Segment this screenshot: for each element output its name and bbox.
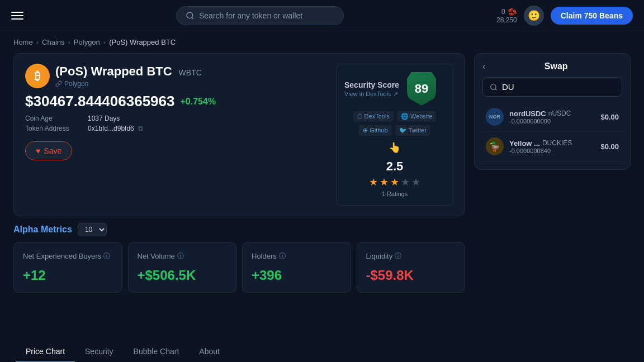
tabs-row: Price Chart Security Bubble Chart About	[13, 341, 465, 362]
breadcrumb: Home › Chains › Polygon › (PoS) Wrapped …	[0, 31, 644, 53]
star-4: ★	[401, 176, 410, 188]
left-panel: ₿ (PoS) Wrapped BTC WBTC Polygon	[13, 53, 465, 362]
tab-security[interactable]: Security	[75, 341, 124, 362]
star-3: ★	[390, 176, 399, 188]
metric-value-0: +12	[23, 268, 46, 283]
token-meta: Coin Age 1037 Days Token Address 0x1bfd.…	[25, 115, 325, 132]
security-badge: 89	[407, 72, 436, 106]
breadcrumb-polygon[interactable]: Polygon	[74, 38, 100, 46]
copy-icon[interactable]: ⧉	[138, 125, 143, 132]
breadcrumb-home[interactable]: Home	[13, 38, 33, 46]
svg-point-0	[187, 12, 193, 18]
beans-points: 28,250	[496, 16, 517, 24]
token-icon: ₿	[25, 64, 50, 88]
swap-search[interactable]	[482, 77, 622, 97]
token-list-info-0: nordUSDC nUSDC -0.0000000000	[509, 109, 595, 125]
metric-title-0: Net Experienced Buyers	[23, 252, 101, 260]
security-title: Security Score	[344, 80, 399, 89]
chain-label: Polygon	[64, 80, 88, 88]
header-center: Search for any token or wallet	[23, 6, 496, 25]
save-button[interactable]: ♥ Save	[25, 141, 72, 160]
metric-title-row-2: Holders ⓘ	[252, 251, 342, 261]
avatar[interactable]: 🙂	[524, 6, 544, 26]
list-item[interactable]: 🦆 Yellow ... DUCKIES -0.0000000840 $0.00	[482, 132, 622, 161]
metric-title-row-3: Liquidity ⓘ	[366, 251, 456, 261]
beans-count: 0	[501, 8, 505, 16]
breadcrumb-current: (PoS) Wrapped BTC	[109, 38, 176, 46]
metric-value-3: -$59.8K	[366, 268, 414, 283]
alpha-header: Alpha Metrics 10 30 90	[13, 223, 465, 236]
svg-line-1	[192, 17, 193, 19]
metric-card-1: Net Volume ⓘ +$506.5K	[128, 242, 237, 293]
period-select[interactable]: 10 30 90	[78, 223, 107, 236]
chain-icon	[55, 80, 62, 87]
beans-counter: 0 🫘 28,250	[496, 7, 517, 24]
dextools-link[interactable]: ⬡ DexTools	[353, 111, 394, 122]
price-change: +0.754%	[181, 97, 216, 107]
svg-point-2	[491, 84, 496, 89]
token-icon-letter: ₿	[35, 70, 40, 83]
coin-age-label: Coin Age	[25, 115, 81, 122]
header: Search for any token or wallet 0 🫘 28,25…	[0, 0, 644, 31]
info-icon-3[interactable]: ⓘ	[395, 251, 401, 261]
token-chain: Polygon	[55, 80, 202, 88]
save-label: Save	[44, 146, 61, 155]
info-icon-0[interactable]: ⓘ	[103, 251, 110, 261]
token-list: NOR nordUSDC nUSDC -0.0000000000 $0.00 🦆…	[482, 102, 622, 161]
metric-value-1: +$506.5K	[138, 268, 196, 283]
security-links: ⬡ DexTools 🌐 Website ⊕ Github 🐦 Twitter	[344, 111, 445, 136]
breadcrumb-sep-3: ›	[103, 38, 106, 46]
alpha-metrics-section: Alpha Metrics 10 30 90 Net Experienced B…	[13, 223, 465, 332]
bean-icon: 🫘	[508, 7, 517, 16]
swap-header: ‹ Swap	[482, 61, 622, 72]
cursor-pointer-icon: 👆	[389, 141, 401, 154]
header-left	[11, 12, 23, 20]
security-panel: Security Score View in DexTools ↗ 89 ⬡ D…	[336, 64, 453, 206]
tab-bubble-chart[interactable]: Bubble Chart	[124, 341, 190, 362]
alpha-title: Alpha Metrics	[13, 225, 72, 235]
website-link[interactable]: 🌐 Website	[397, 111, 437, 122]
metric-value-2: +396	[252, 268, 282, 283]
star-rating: ★ ★ ★ ★ ★	[369, 176, 420, 188]
token-ticker: WBTC	[179, 68, 202, 77]
token-list-ticker-1: DUCKIES	[542, 139, 572, 147]
tab-about[interactable]: About	[189, 341, 230, 362]
coin-age-value: 1037 Days	[88, 115, 120, 122]
token-list-price-0: $0.00	[600, 113, 619, 121]
token-list-name-1: Yellow ...	[509, 139, 540, 147]
twitter-link[interactable]: 🐦 Twitter	[395, 125, 430, 136]
token-list-info-1: Yellow ... DUCKIES -0.0000000840	[509, 139, 595, 154]
main-content: ₿ (PoS) Wrapped BTC WBTC Polygon	[0, 53, 644, 362]
token-list-icon-1: 🦆	[486, 137, 504, 155]
token-list-ticker-0: nUSDC	[548, 109, 571, 117]
svg-line-3	[495, 88, 497, 90]
back-arrow-icon[interactable]: ‹	[482, 61, 485, 72]
swap-title: Swap	[490, 61, 622, 72]
avatar-icon: 🙂	[528, 9, 540, 22]
token-price: $30467.844406365963	[25, 93, 175, 110]
swap-search-icon	[490, 83, 498, 91]
rating-number: 2.5	[386, 159, 404, 174]
token-address-value: 0x1bfd...d9bfd6 ⧉	[88, 125, 143, 132]
list-item[interactable]: NOR nordUSDC nUSDC -0.0000000000 $0.00	[482, 102, 622, 132]
security-top: Security Score View in DexTools ↗ 89	[344, 72, 445, 106]
token-card: ₿ (PoS) Wrapped BTC WBTC Polygon	[13, 53, 465, 216]
tab-price-chart[interactable]: Price Chart	[16, 341, 75, 362]
info-icon-2[interactable]: ⓘ	[279, 251, 286, 261]
star-5: ★	[411, 176, 420, 188]
breadcrumb-sep-1: ›	[36, 38, 39, 46]
metric-title-3: Liquidity	[366, 252, 393, 260]
claim-button[interactable]: Claim 750 Beans	[551, 7, 633, 25]
search-bar[interactable]: Search for any token or wallet	[176, 6, 344, 25]
token-address-label: Token Address	[25, 125, 81, 132]
security-score: 89	[415, 82, 428, 96]
token-list-name-0: nordUSDC	[509, 109, 546, 118]
swap-search-input[interactable]	[502, 82, 615, 92]
security-view-link[interactable]: View in DexTools ↗	[344, 90, 399, 98]
menu-button[interactable]	[11, 12, 23, 20]
metric-card-0: Net Experienced Buyers ⓘ +12	[13, 242, 122, 293]
info-icon-1[interactable]: ⓘ	[177, 251, 184, 261]
breadcrumb-chains[interactable]: Chains	[42, 38, 64, 46]
github-link[interactable]: ⊕ Github	[359, 125, 391, 136]
token-list-price-1: $0.00	[600, 142, 619, 151]
